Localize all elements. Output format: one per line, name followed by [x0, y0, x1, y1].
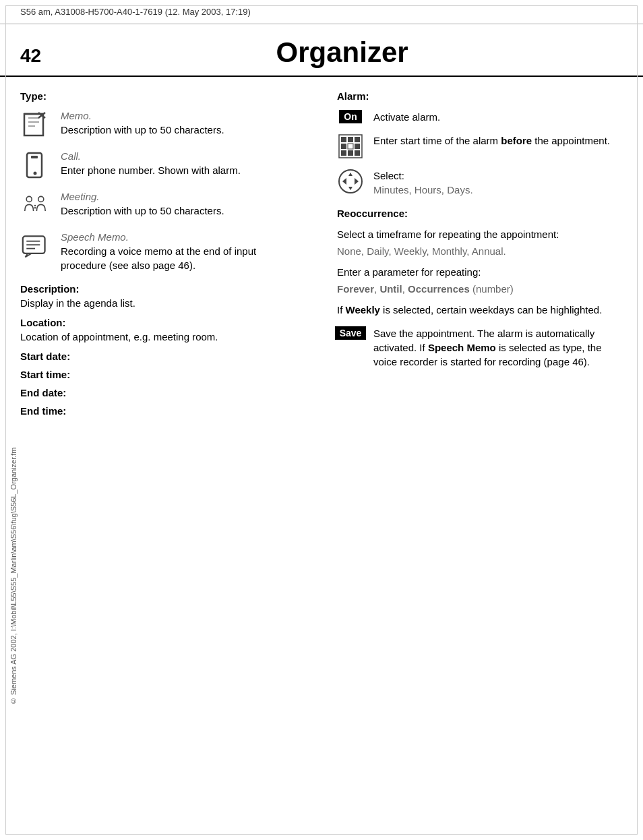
- reoccurrence-label: Reoccurrence:: [337, 208, 623, 219]
- svg-rect-27: [355, 150, 360, 156]
- alarm-time-icon: [337, 133, 364, 159]
- memo-desc: Description with up to 50 characters.: [61, 123, 303, 137]
- nav-icon: [337, 169, 364, 194]
- svg-rect-24: [355, 144, 360, 149]
- svg-point-9: [34, 172, 37, 175]
- svg-rect-21: [355, 137, 360, 142]
- page-title: Organizer: [61, 36, 623, 69]
- svg-marker-32: [348, 187, 353, 190]
- svg-point-12: [34, 207, 36, 208]
- svg-rect-22: [341, 144, 346, 149]
- speech-desc: Recording a voice memo at the end of inp…: [61, 244, 303, 272]
- type-item-meeting: Meeting. Description with up to 50 chara…: [20, 191, 303, 220]
- start-date-label: Start date:: [20, 351, 303, 362]
- svg-rect-19: [341, 137, 346, 142]
- save-text: Save the appointment. The alarm is autom…: [373, 326, 623, 369]
- alarm-item-nav: Select: Minutes, Hours, Days.: [337, 169, 623, 197]
- svg-point-13: [38, 196, 44, 202]
- right-column: Alarm: On Activate alarm.: [324, 90, 623, 418]
- location-value: Location of appointment, e.g. meeting ro…: [20, 330, 303, 344]
- repeat-options: Forever, Until, Occurrences (number): [337, 282, 623, 296]
- header-text: S56 am, A31008-H5700-A40-1-7619 (12. May…: [20, 7, 251, 17]
- svg-marker-30: [355, 178, 359, 185]
- start-time-label: Start time:: [20, 369, 303, 380]
- alarm-select-text: Select: Minutes, Hours, Days.: [373, 169, 623, 197]
- save-item: Save Save the appointment. The alarm is …: [337, 326, 623, 369]
- alarm-item-time: Enter start time of the alarm before the…: [337, 133, 623, 159]
- meeting-text: Meeting. Description with up to 50 chara…: [61, 191, 303, 218]
- alarm-select-options: Minutes, Hours, Days.: [373, 184, 473, 196]
- call-desc: Enter phone number. Shown with alarm.: [61, 163, 303, 177]
- sidebar-copyright: © Siemens AG 2002, I:\Mobil\L55\S55_Marl…: [9, 135, 18, 705]
- meeting-desc: Description with up to 50 characters.: [61, 204, 303, 218]
- alarm-time-text: Enter start time of the alarm before the…: [373, 133, 623, 148]
- memo-icon: [20, 110, 50, 140]
- description-label: Description:: [20, 283, 303, 295]
- left-column: Type: Memo. Description with up to 50 ch…: [20, 90, 303, 418]
- type-item-memo: Memo. Description with up to 50 characte…: [20, 110, 303, 140]
- memo-text: Memo. Description with up to 50 characte…: [61, 110, 303, 137]
- memo-name: Memo.: [61, 110, 303, 121]
- reoccurrence-section: Reoccurrence: Select a timeframe for rep…: [337, 208, 623, 317]
- page-header: S56 am, A31008-H5700-A40-1-7619 (12. May…: [0, 0, 643, 24]
- speech-icon: [20, 231, 50, 261]
- alarm-item-on: On Activate alarm.: [337, 110, 623, 124]
- call-name: Call.: [61, 150, 303, 162]
- speech-name: Speech Memo.: [61, 231, 303, 243]
- weekly-text: If Weekly is selected, certain weekdays …: [337, 303, 623, 317]
- page-title-row: 42 Organizer: [0, 24, 643, 77]
- svg-rect-23: [348, 144, 353, 149]
- content-area: Type: Memo. Description with up to 50 ch…: [0, 77, 643, 431]
- save-badge-icon: Save: [337, 326, 364, 340]
- save-badge: Save: [335, 326, 367, 340]
- svg-rect-20: [348, 137, 353, 142]
- svg-rect-25: [341, 150, 346, 156]
- description-value: Display in the agenda list.: [20, 296, 303, 310]
- end-date-label: End date:: [20, 387, 303, 398]
- speech-text: Speech Memo. Recording a voice memo at t…: [61, 231, 303, 272]
- reoccurrence-options: None, Daily, Weekly, Monthly, Annual.: [337, 244, 623, 258]
- on-badge: On: [339, 110, 361, 123]
- svg-rect-8: [31, 156, 38, 158]
- page-number: 42: [20, 45, 41, 67]
- svg-marker-31: [348, 173, 353, 176]
- meeting-icon: [20, 191, 50, 220]
- call-icon: [20, 150, 50, 180]
- reoccurrence-text: Select a timeframe for repeating the app…: [337, 227, 623, 241]
- svg-point-11: [34, 205, 36, 206]
- repeat-label: Enter a parameter for repeating:: [337, 265, 623, 279]
- svg-marker-29: [342, 178, 346, 185]
- end-time-label: End time:: [20, 405, 303, 417]
- call-text: Call. Enter phone number. Shown with ala…: [61, 150, 303, 177]
- meeting-name: Meeting.: [61, 191, 303, 202]
- alarm-label: Alarm:: [337, 90, 623, 102]
- before-bold: before: [501, 135, 532, 146]
- on-badge-icon: On: [337, 110, 364, 123]
- svg-rect-26: [348, 150, 353, 156]
- type-label: Type:: [20, 90, 303, 102]
- type-item-speech: Speech Memo. Recording a voice memo at t…: [20, 231, 303, 272]
- alarm-activate-text: Activate alarm.: [373, 110, 623, 124]
- location-label: Location:: [20, 317, 303, 328]
- type-item-call: Call. Enter phone number. Shown with ala…: [20, 150, 303, 180]
- svg-point-10: [26, 196, 32, 202]
